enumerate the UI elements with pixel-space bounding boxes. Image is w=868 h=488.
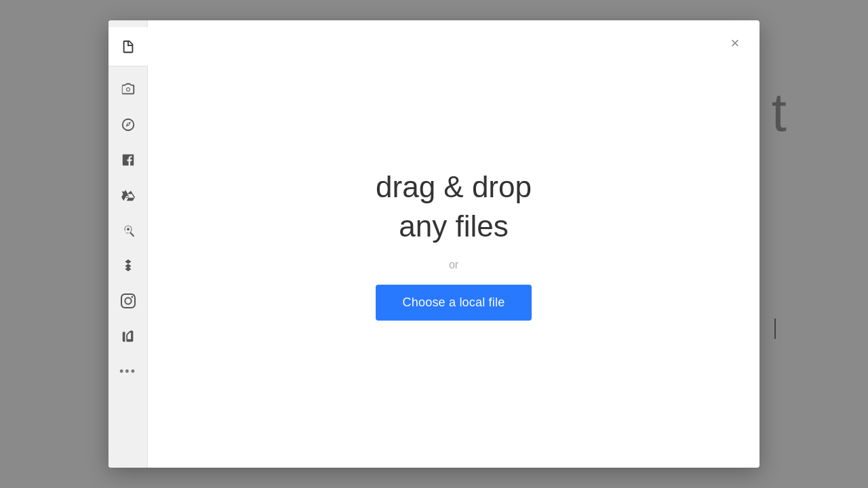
drop-zone[interactable]: drag & drop any files or Choose a local … <box>148 20 760 468</box>
sidebar-icons: ••• <box>108 66 147 468</box>
pinwheel-icon <box>121 223 136 238</box>
close-button[interactable]: × <box>724 33 746 54</box>
sidebar: ••• <box>108 20 148 468</box>
background-cursor <box>774 319 776 339</box>
compass-icon <box>121 117 136 132</box>
camera-icon <box>121 82 136 97</box>
sidebar-item-dropbox[interactable] <box>108 248 148 283</box>
sidebar-item-google-drive[interactable] <box>108 178 148 213</box>
dropbox-icon <box>121 258 136 273</box>
sidebar-logo <box>108 27 148 66</box>
sidebar-item-evernote[interactable] <box>108 319 148 354</box>
sidebar-item-more[interactable]: ••• <box>108 354 148 389</box>
file-icon <box>121 39 136 54</box>
drag-drop-line2: any files <box>399 209 508 243</box>
drag-drop-line1: drag & drop <box>376 170 532 203</box>
sidebar-item-camera[interactable] <box>108 72 148 107</box>
more-icon: ••• <box>119 365 136 379</box>
choose-local-file-button[interactable]: Choose a local file <box>376 285 532 321</box>
sidebar-item-instagram[interactable] <box>108 283 148 319</box>
modal-main: × drag & drop any files or Choose a loca… <box>148 20 760 468</box>
instagram-icon <box>121 293 136 308</box>
or-text: or <box>449 259 458 271</box>
sidebar-item-pinwheel[interactable] <box>108 213 148 248</box>
evernote-icon <box>121 329 136 344</box>
drag-drop-text: drag & drop any files <box>376 167 532 245</box>
sidebar-item-compass[interactable] <box>108 107 148 142</box>
sidebar-item-facebook[interactable] <box>108 142 148 178</box>
google-drive-icon <box>121 188 136 203</box>
background-text: t <box>772 81 787 144</box>
facebook-icon <box>121 152 136 167</box>
upload-modal: ••• × drag & drop any files or Choose a … <box>108 20 760 468</box>
